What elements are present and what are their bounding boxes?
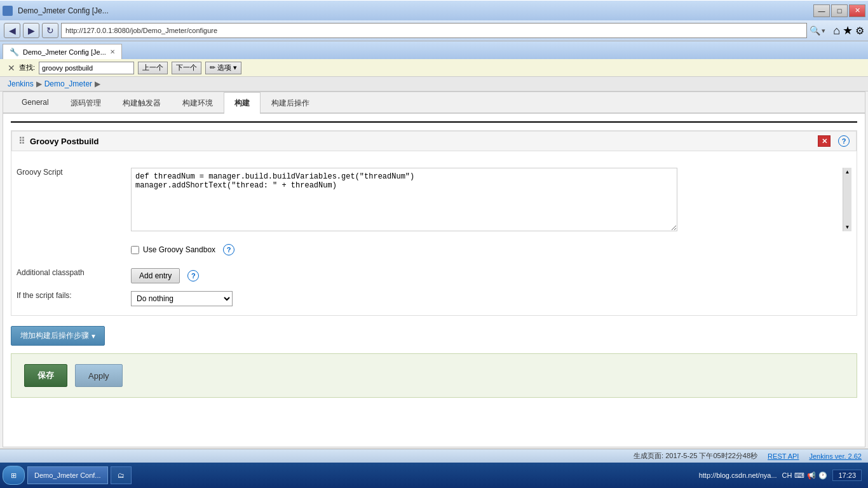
find-input[interactable] (39, 62, 134, 74)
section-help-icon[interactable]: ? (838, 135, 850, 147)
close-button[interactable]: ✕ (849, 4, 865, 17)
script-fails-label: If the script fails: (11, 287, 126, 310)
delete-section-button[interactable]: ✕ (818, 135, 831, 147)
find-prev-button[interactable]: 上一个 (138, 62, 168, 74)
breadcrumb: Jenkins ▶ Demo_Jmeter ▶ (0, 77, 868, 92)
script-label: Groovy Script (11, 164, 126, 235)
script-fails-select[interactable]: Do nothing Mark build as failure Mark bu… (131, 291, 233, 306)
main-content: General 源码管理 构建触发器 构建环境 构建 构建后操作 ⠿ Groov… (3, 92, 865, 447)
window-icon (3, 6, 13, 16)
find-label: 查找: (19, 63, 35, 72)
sandbox-row: Use Groovy Sandbox ? (131, 239, 851, 261)
sandbox-checkbox[interactable] (131, 246, 139, 254)
tab-general[interactable]: General (11, 92, 60, 114)
add-step-button[interactable]: 增加构建后操作步骤 ▾ (11, 326, 105, 346)
volume-icon: 📢 (807, 471, 816, 480)
home-icon[interactable]: ⌂ (833, 24, 840, 37)
sandbox-help-icon[interactable]: ? (223, 244, 234, 255)
tab-postbuild[interactable]: 构建后操作 (261, 92, 320, 114)
taskbar: ⊞ Demo_Jmeter Conf... 🗂 http://blog.csdn… (0, 463, 868, 488)
section-controls: ✕ ? (818, 135, 850, 147)
find-options-button[interactable]: ✏ 选项 ▾ (205, 62, 241, 74)
save-button[interactable]: 保存 (24, 364, 67, 387)
classpath-help-icon[interactable]: ? (187, 270, 199, 281)
action-section: 保存 Apply (11, 353, 857, 398)
address-bar[interactable]: http://127.0.0.1:8080/job/Demo_Jmeter/co… (61, 23, 807, 38)
tab-source[interactable]: 源码管理 (60, 92, 112, 114)
back-button[interactable]: ◀ (4, 23, 20, 38)
section-body: Groovy Script def threadNum = manager.bu… (11, 159, 857, 315)
jenkins-ver-link[interactable]: Jenkins ver. 2.62 (809, 452, 862, 460)
apply-button[interactable]: Apply (75, 364, 123, 387)
find-bar: ✕ 查找: 上一个 下一个 ✏ 选项 ▾ (0, 59, 868, 77)
browser-toolbar: ◀ ▶ ↻ http://127.0.0.1:8080/job/Demo_Jme… (0, 20, 868, 41)
window-controls: — □ ✕ (813, 4, 865, 17)
sandbox-control: Use Groovy Sandbox ? (126, 235, 857, 264)
refresh-button[interactable]: ↻ (42, 23, 58, 38)
taskbar-icons: CH ⌨ 📢 🕐 (782, 471, 828, 480)
section-header: ⠿ Groovy Postbuild ✕ ? (11, 131, 857, 151)
taskbar-explorer-icon: 🗂 (118, 471, 125, 479)
window-chrome: Demo_Jmeter Config [Je... — □ ✕ (0, 0, 868, 20)
config-tabs: General 源码管理 构建触发器 构建环境 构建 构建后操作 (3, 92, 865, 114)
tab-bar: 🔧 Demo_Jmeter Config [Je... ✕ (0, 41, 868, 59)
add-entry-button[interactable]: Add entry (131, 268, 180, 283)
scrollbar-up: ▲ (845, 169, 850, 175)
tab-label: Demo_Jmeter Config [Je... (23, 48, 106, 56)
groovy-script-row: Groovy Script def threadNum = manager.bu… (11, 164, 857, 310)
browser-tab[interactable]: 🔧 Demo_Jmeter Config [Je... ✕ (3, 44, 122, 59)
time-display: 17:23 (838, 471, 856, 479)
drag-handle: ⠿ (18, 136, 25, 146)
classpath-label: Additional classpath (11, 264, 126, 287)
clock-icon: 🕐 (818, 471, 827, 480)
taskbar-item-label: Demo_Jmeter Conf... (34, 471, 101, 479)
search-icon: 🔍 (810, 25, 820, 36)
window-title: Demo_Jmeter Config [Je... (18, 6, 109, 15)
script-scrollbar[interactable]: ▲ ▼ (843, 168, 851, 231)
add-step-container: 增加构建后操作步骤 ▾ (11, 326, 857, 346)
search-separator: ▾ (822, 27, 825, 35)
taskbar-right: http://blog.csdn.net/nya... CH ⌨ 📢 🕐 17:… (699, 470, 865, 481)
section-title-text: Groovy Postbuild (30, 137, 98, 146)
breadcrumb-jenkins[interactable]: Jenkins (8, 79, 34, 88)
tab-env[interactable]: 构建环境 (172, 92, 224, 114)
section-title-group: ⠿ Groovy Postbuild (18, 136, 98, 146)
find-next-button[interactable]: 下一个 (172, 62, 201, 74)
taskbar-url: http://blog.csdn.net/nya... (699, 471, 777, 479)
script-fails-control: Do nothing Mark build as failure Mark bu… (126, 287, 857, 310)
start-button[interactable]: ⊞ (3, 466, 25, 485)
groovy-script-textarea[interactable]: def threadNum = manager.build.buildVaria… (131, 168, 677, 231)
taskbar-item-explorer[interactable]: 🗂 (111, 466, 132, 484)
status-bar: 生成页面: 2017-5-25 下午05时22分48秒 REST API Jen… (0, 449, 868, 463)
tab-trigger[interactable]: 构建触发器 (112, 92, 172, 114)
minimize-button[interactable]: — (813, 4, 830, 17)
tab-build[interactable]: 构建 (224, 92, 261, 114)
lang-icon: CH (782, 471, 792, 479)
add-step-label: 增加构建后操作步骤 (20, 330, 89, 341)
script-wrapper: def threadNum = manager.build.buildVaria… (131, 168, 851, 231)
taskbar-clock: 17:23 (832, 470, 862, 481)
sandbox-label-cell (11, 235, 126, 264)
favorites-icon[interactable]: ★ (843, 24, 853, 37)
section-divider (11, 121, 857, 123)
generated-text: 生成页面: 2017-5-25 下午05时22分48秒 (634, 451, 757, 461)
breadcrumb-sep-2: ▶ (95, 79, 100, 88)
content-area: ⠿ Groovy Postbuild ✕ ? Groovy Script (3, 114, 865, 425)
tab-close-button[interactable]: ✕ (110, 48, 115, 55)
tab-favicon: 🔧 (10, 48, 19, 57)
address-text: http://127.0.0.1:8080/job/Demo_Jmeter/co… (65, 27, 217, 34)
rest-api-link[interactable]: REST API (768, 452, 799, 460)
sandbox-label: Use Groovy Sandbox (143, 245, 215, 254)
find-close-button[interactable]: ✕ (8, 63, 15, 73)
breadcrumb-sep-1: ▶ (36, 79, 42, 88)
groovy-postbuild-section: ⠿ Groovy Postbuild ✕ ? Groovy Script (11, 130, 857, 316)
maximize-button[interactable]: □ (831, 4, 848, 17)
taskbar-item-demo[interactable]: Demo_Jmeter Conf... (27, 466, 108, 484)
forward-button[interactable]: ▶ (23, 23, 39, 38)
settings-icon[interactable]: ⚙ (855, 25, 864, 37)
classpath-control: Add entry ? (126, 264, 857, 287)
keyboard-icon: ⌨ (794, 471, 804, 480)
breadcrumb-demo-jmeter[interactable]: Demo_Jmeter (44, 79, 92, 88)
scrollbar-down: ▼ (845, 224, 850, 230)
classpath-row: Add entry ? (131, 268, 851, 283)
